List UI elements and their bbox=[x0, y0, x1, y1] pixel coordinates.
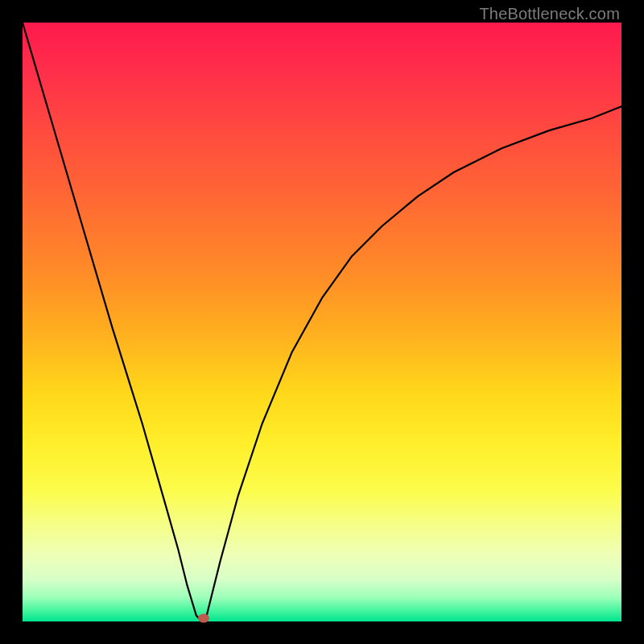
optimal-point-marker bbox=[198, 613, 209, 622]
watermark-text: TheBottleneck.com bbox=[479, 5, 620, 23]
bottleneck-curve bbox=[23, 23, 621, 621]
chart-plot-area bbox=[23, 23, 621, 621]
curve-svg bbox=[23, 23, 621, 621]
